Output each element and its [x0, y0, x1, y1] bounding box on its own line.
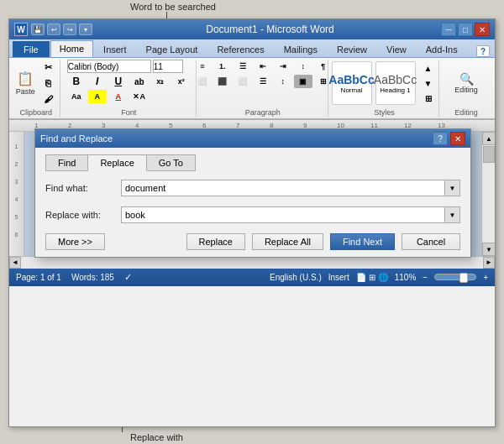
align-center-btn[interactable]: ⬛: [213, 75, 232, 88]
format-painter-btn[interactable]: 🖌: [39, 92, 57, 106]
cancel-btn[interactable]: Cancel: [402, 233, 460, 250]
tab-home[interactable]: Home: [50, 40, 93, 57]
scroll-thumb[interactable]: [483, 146, 495, 163]
zoom-thumb[interactable]: [459, 273, 468, 283]
view-icons: 📄 ⊞ 🌐: [356, 273, 388, 282]
spell-check-icon[interactable]: ✓: [124, 272, 132, 283]
tab-review[interactable]: Review: [328, 41, 376, 57]
customise-quick-btn[interactable]: ▾: [79, 24, 92, 35]
align-left-btn[interactable]: ⬜: [193, 75, 212, 88]
styles-scroll-down-btn[interactable]: ▼: [419, 76, 438, 90]
replace-btn[interactable]: Replace: [186, 233, 245, 250]
change-case-btn[interactable]: Aa: [67, 90, 86, 103]
scroll-up-btn[interactable]: ▲: [482, 132, 495, 145]
find-replace-dialog: Find and Replace ? ✕ Find Replace Go To …: [34, 128, 471, 258]
window-title: Document1 - Microsoft Word: [99, 24, 441, 35]
dialog-help-btn[interactable]: ?: [433, 132, 448, 145]
more-btn[interactable]: More >>: [45, 233, 105, 250]
undo-quick-btn[interactable]: ↩: [47, 24, 60, 35]
quick-styles-btn[interactable]: AaBbCc Normal: [332, 61, 372, 105]
redo-quick-btn[interactable]: ↪: [63, 24, 76, 35]
numbering-btn[interactable]: 1.: [213, 60, 232, 73]
subscript-btn[interactable]: x₂: [151, 75, 170, 88]
find-what-label: Find what:: [45, 183, 121, 193]
word-icon: W: [14, 23, 28, 36]
window-controls: ─ □ ✕: [441, 23, 490, 36]
replace-all-btn[interactable]: Replace All: [252, 233, 323, 250]
find-input[interactable]: [121, 180, 445, 196]
dialog-tab-replace[interactable]: Replace: [87, 154, 146, 171]
tab-mailings[interactable]: Mailings: [275, 41, 327, 57]
tab-page-layout[interactable]: Page Layout: [137, 41, 207, 57]
sort-btn[interactable]: ↕: [294, 60, 312, 73]
editing-group: 🔍 Editing Editing: [441, 60, 491, 117]
font-name-select[interactable]: [67, 60, 151, 73]
zoom-slider[interactable]: [434, 274, 476, 280]
multilevel-btn[interactable]: ☰: [234, 60, 252, 73]
hscroll-track[interactable]: [21, 257, 483, 269]
bullets-btn[interactable]: ≡: [193, 60, 212, 73]
increase-indent-btn[interactable]: ⇥: [274, 60, 292, 73]
dialog-tab-goto[interactable]: Go To: [146, 154, 196, 171]
zoom-out-btn[interactable]: −: [423, 273, 428, 282]
zoom-in-btn[interactable]: +: [483, 273, 488, 282]
decrease-indent-btn[interactable]: ⇤: [254, 60, 272, 73]
superscript-btn[interactable]: x²: [172, 75, 191, 88]
dialog-close-btn[interactable]: ✕: [450, 132, 465, 145]
tab-view[interactable]: View: [377, 41, 416, 57]
paste-label: Paste: [16, 87, 35, 96]
fullscreen-icon[interactable]: ⊞: [369, 273, 375, 282]
font-size-select[interactable]: [153, 60, 183, 73]
replace-dropdown-btn[interactable]: ▼: [445, 206, 460, 223]
clear-format-btn[interactable]: ✕A: [130, 90, 149, 103]
mode-info: Insert: [328, 273, 349, 282]
scroll-down-btn[interactable]: ▼: [482, 243, 495, 256]
hscroll-left-btn[interactable]: ◄: [9, 257, 21, 269]
save-quick-btn[interactable]: 💾: [31, 24, 45, 35]
tab-insert[interactable]: Insert: [94, 41, 136, 57]
paragraph-label: Paragraph: [245, 108, 281, 117]
change-styles-btn[interactable]: AaBbCc Heading 1: [375, 61, 416, 105]
bold-btn[interactable]: B: [67, 75, 86, 88]
tab-references[interactable]: References: [207, 41, 273, 57]
clipboard-group: 📋 Paste ✂ ⎘ 🖌 Clipboard: [13, 60, 60, 117]
help-btn[interactable]: ?: [476, 45, 490, 57]
clipboard-label: Clipboard: [20, 108, 53, 117]
web-view-icon[interactable]: 🌐: [378, 273, 388, 282]
font-color-btn[interactable]: A: [109, 90, 128, 103]
italic-btn[interactable]: I: [88, 75, 107, 88]
bottom-scrollbar: ◄ ►: [9, 256, 495, 268]
dialog-buttons: More >> Replace Replace All Find Next Ca…: [45, 233, 460, 250]
tab-file[interactable]: File: [13, 41, 50, 57]
find-what-field: Find what: ▼: [45, 180, 460, 196]
ribbon-tabs: File Home Insert Page Layout References …: [9, 39, 495, 58]
shading-btn[interactable]: ▣: [294, 75, 312, 88]
copy-btn[interactable]: ⎘: [39, 76, 57, 90]
styles-scroll-up-btn[interactable]: ▲: [419, 61, 438, 75]
dialog-tabs: Find Replace Go To: [45, 154, 460, 171]
tab-addins[interactable]: Add-Ins: [417, 41, 467, 57]
paste-btn[interactable]: 📋 Paste: [14, 70, 36, 97]
replace-input[interactable]: [121, 206, 445, 223]
find-next-btn[interactable]: Find Next: [330, 233, 395, 250]
strikethrough-btn[interactable]: ab: [130, 75, 149, 88]
close-btn[interactable]: ✕: [475, 23, 490, 36]
right-scrollbar: ▲ ▼: [481, 132, 495, 256]
styles-more-btn[interactable]: ⊞: [419, 91, 438, 105]
scroll-track[interactable]: [482, 145, 495, 243]
text-highlight-btn[interactable]: A: [88, 90, 107, 103]
dialog-tab-find[interactable]: Find: [45, 154, 88, 171]
line-spacing-btn[interactable]: ↕: [274, 75, 292, 88]
underline-btn[interactable]: U: [109, 75, 128, 88]
maximize-btn[interactable]: □: [458, 23, 473, 36]
align-right-btn[interactable]: ⬜: [234, 75, 252, 88]
print-view-icon[interactable]: 📄: [356, 273, 366, 282]
editing-btn-main[interactable]: 🔍 Editing: [449, 61, 483, 105]
find-dropdown-btn[interactable]: ▼: [445, 180, 460, 196]
justify-btn[interactable]: ☰: [254, 75, 272, 88]
dialog-titlebar: Find and Replace ? ✕: [35, 129, 470, 148]
minimize-btn[interactable]: ─: [441, 23, 456, 36]
cut-btn[interactable]: ✂: [39, 60, 57, 74]
hscroll-right-btn[interactable]: ►: [483, 257, 495, 269]
editing-label: Editing: [454, 86, 478, 94]
